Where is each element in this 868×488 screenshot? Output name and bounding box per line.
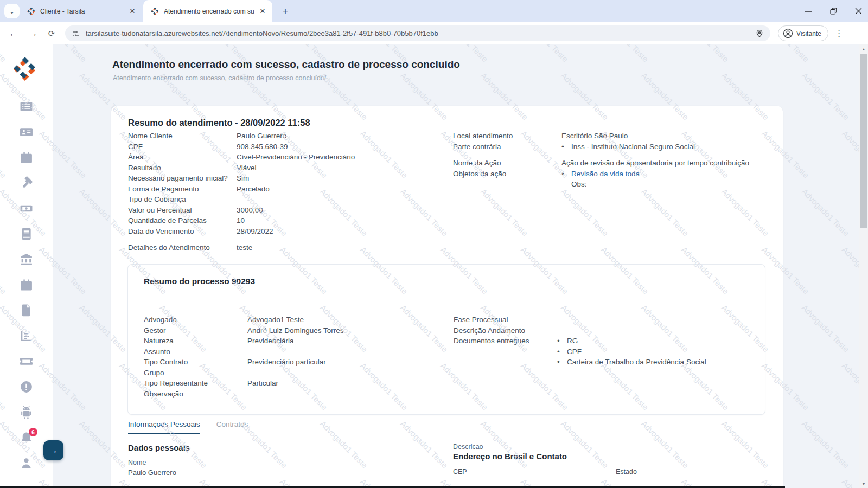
sidebar-item-list-icon[interactable] [20,100,33,113]
processo-summary-card: Resumo do processo 90293 AdvogadoAdvogad… [127,264,765,415]
divider [128,299,765,299]
descricao-label: Descricao [453,443,483,451]
bullet-dot: • [561,142,566,152]
site-settings-icon[interactable] [72,29,80,38]
sidebar-item-alert-icon[interactable] [20,380,33,394]
field-row: Descrição Andamento [454,325,757,336]
field-value: Advogado1 Teste [247,314,448,325]
bullet-dot: • [557,336,561,346]
location-pin-icon[interactable] [755,29,764,38]
tab-informacoes-pessoais[interactable]: Informações Pessoais [128,420,200,434]
bullet-link[interactable]: Revisão da vida toda [571,169,640,179]
dados-pessoais-heading: Dados pessoais [128,443,190,452]
field-row: Objetos da ação•Revisão da vida todaObs: [453,169,773,190]
tab-title: Atendimento encerrado com su [164,8,258,15]
tab-close-icon[interactable]: ✕ [258,7,267,16]
sidebar-item-notifications-icon[interactable]: 6 [20,431,33,445]
scrollbar-down-arrow[interactable]: ▼ [859,479,868,488]
field-value: 10 [237,215,437,226]
field-value [557,325,757,336]
watermark-text: Advogado1 Teste [800,303,851,354]
field-row: ÁreaCível-Previdenciário - Previdenciári… [128,152,437,163]
field-label: Observação [144,389,247,400]
field-label: CPF [128,142,237,152]
field-value: 28/09/2022 [237,226,437,237]
field-value [247,368,448,378]
browser-tab-strip: ⌄ Cliente - Tarsila ✕ Atendimento encerr… [0,0,868,22]
back-button[interactable]: ← [7,27,21,41]
field-value: André Luiz Domingues Torres [247,325,448,336]
field-row: Fase Processual [454,314,757,325]
tab-contratos[interactable]: Contratos [216,420,248,434]
sidebar-item-document-icon[interactable] [20,304,33,317]
browser-menu-icon[interactable]: ⋮ [834,29,845,38]
profile-chip[interactable]: Visitante [778,25,828,41]
bullet-item: •Carteira de Trabalho da Previdência Soc… [557,357,757,368]
minimize-button[interactable] [803,6,814,17]
field-value: Cível-Previdenciário - Previdenciário [237,152,437,163]
field-row: Quantidade de Parcelas10 [128,215,437,226]
field-value [247,346,448,357]
field-label: Grupo [144,368,247,378]
field-row: Assunto [144,346,448,357]
close-window-button[interactable] [853,6,864,17]
sidebar-item-robot-icon[interactable] [20,406,33,419]
sidebar-item-bank-icon[interactable] [20,253,33,266]
field-row: Nome da AçãoAção de revisão de aposentad… [453,158,773,169]
field-label: Local atendimento [453,131,561,142]
url-bar[interactable]: tarsilasuite-tudonatarsila.azurewebsites… [65,25,770,41]
sidebar-item-calendar-icon[interactable] [20,151,33,164]
bullet-text: RG [567,336,578,346]
tab-title: Cliente - Tarsila [40,8,128,15]
sidebar-item-chart-icon[interactable] [20,329,33,343]
tab-close-icon[interactable]: ✕ [128,7,137,16]
scrollbar-thumb[interactable] [860,54,867,228]
sidebar-item-ticket-icon[interactable] [20,355,33,368]
bullet-dot: • [557,357,561,368]
field-value: •RG•CPF•Carteira de Trabalho da Previdên… [557,336,757,368]
sidebar-item-payments-icon[interactable] [20,202,33,215]
page-scrollbar[interactable]: ▲ ▼ [859,44,868,488]
new-tab-button[interactable]: + [279,5,292,18]
sidebar-item-agenda-icon[interactable] [20,278,33,292]
forward-button[interactable]: → [26,27,40,41]
field-label: Objetos da ação [453,169,561,190]
browser-tab-cliente[interactable]: Cliente - Tarsila ✕ [20,0,142,22]
sidebar-item-book-icon[interactable] [20,227,33,241]
nome-value: Paulo Guerrero [128,468,176,477]
restore-button[interactable] [828,6,839,17]
reload-button[interactable]: ⟳ [44,27,59,41]
field-label: Valor ou Percentual [128,205,237,216]
bullet-note: Obs: [561,179,773,190]
field-label: Advogado [144,314,247,325]
sidebar-item-contact-card-icon[interactable] [20,125,33,139]
sidebar-item-user-icon[interactable] [20,457,33,470]
nome-label: Nome [128,459,146,466]
field-label: Natureza [144,336,247,346]
bullet-item: •Inss - Instituto Nacional Seguro Social [561,142,773,152]
bullet-dot: • [557,346,561,357]
browser-tab-atendimento[interactable]: Atendimento encerrado com su ✕ [143,0,272,22]
tarsila-logo[interactable] [13,56,38,81]
field-row: Valor ou Percentual3000,00 [128,205,437,216]
sidebar-expand-button[interactable]: → [43,440,63,460]
field-label: Detalhes do Atendimento [128,242,237,253]
field-label: Tipo Representante [144,378,247,389]
watermark-text: Advogado1 Teste [680,44,731,63]
processo-title: Resumo do processo 90293 [144,277,255,286]
field-row: Necessário pagamento inicial?Sim [128,173,437,184]
sidebar-item-gavel-icon[interactable] [20,176,33,190]
field-value: •Revisão da vida todaObs: [561,169,773,190]
bullet-text: Inss - Instituto Nacional Seguro Social [571,142,695,152]
atendimento-summary-card: Resumo do atendimento - 28/09/2022 11:58… [111,106,783,488]
processo-left-fields: AdvogadoAdvogado1 TesteGestorAndré Luiz … [144,314,448,399]
url-text[interactable]: tarsilasuite-tudonatarsila.azurewebsites… [86,29,755,37]
tab-search-button[interactable]: ⌄ [4,4,20,18]
scrollbar-up-arrow[interactable]: ▲ [859,44,868,53]
field-label: Tipo Contrato [144,357,247,368]
field-value: Previdenciário particular [247,357,448,368]
field-row: GestorAndré Luiz Domingues Torres [144,325,448,336]
field-row: Tipo RepresentanteParticular [144,378,448,389]
field-row: CPF908.345.680-39 [128,142,437,152]
field-row: Forma de PagamentoParcelado [128,184,437,195]
